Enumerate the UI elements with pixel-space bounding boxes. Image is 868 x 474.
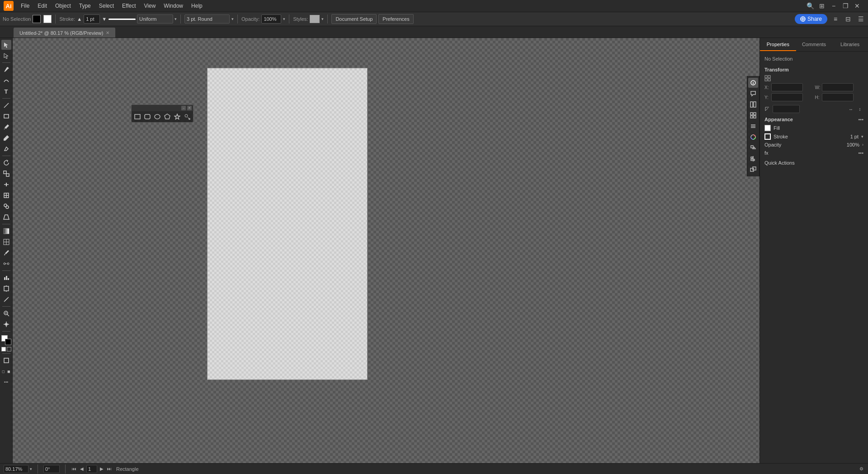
- fill-swatch[interactable]: [33, 15, 41, 23]
- float-panel-minimize-btn[interactable]: −: [181, 106, 186, 110]
- tab-properties[interactable]: Properties: [760, 38, 796, 51]
- minimize-button[interactable]: −: [829, 1, 838, 10]
- color-panel-btn[interactable]: [748, 132, 758, 142]
- pencil-tool[interactable]: [1, 133, 11, 143]
- eraser-tool[interactable]: [1, 144, 11, 154]
- rotate-tool[interactable]: [1, 158, 11, 168]
- first-artboard-btn[interactable]: ⏮: [71, 466, 77, 472]
- arrange-panel-btn[interactable]: [748, 110, 758, 120]
- rounded-rectangle-shape-btn[interactable]: [143, 112, 152, 121]
- document-setup-button[interactable]: Document Setup: [331, 14, 377, 24]
- column-graph-tool[interactable]: [1, 273, 11, 283]
- align-panel-btn[interactable]: [748, 154, 758, 164]
- swap-colors-btn[interactable]: [1, 347, 6, 351]
- mesh-tool[interactable]: [1, 237, 11, 247]
- rotation-input[interactable]: [43, 465, 60, 473]
- menu-file[interactable]: File: [17, 2, 33, 10]
- draw-inside-btn[interactable]: ◻: [1, 366, 6, 376]
- tab-comments[interactable]: Comments: [796, 38, 832, 51]
- stroke-value-input[interactable]: [84, 14, 100, 24]
- flip-horizontal-btn[interactable]: ↔: [847, 105, 854, 113]
- stroke-up-btn[interactable]: ▲: [77, 16, 82, 22]
- flare-shape-btn[interactable]: [183, 112, 191, 121]
- zoom-tool[interactable]: [1, 308, 11, 318]
- fx-more-btn[interactable]: •••: [858, 150, 863, 156]
- blend-tool[interactable]: [1, 259, 11, 269]
- color-swatches[interactable]: [1, 335, 11, 345]
- style-swatch[interactable]: [310, 15, 320, 23]
- close-button[interactable]: ✕: [853, 1, 862, 10]
- ruler-tool[interactable]: [1, 294, 11, 304]
- more-tools-btn[interactable]: •••: [1, 377, 11, 387]
- appearance-more-btn[interactable]: •••: [858, 117, 863, 122]
- share-button[interactable]: Share: [795, 14, 827, 24]
- curvature-tool[interactable]: [1, 76, 11, 85]
- paintbrush-tool[interactable]: [1, 122, 11, 132]
- menu-view[interactable]: View: [141, 2, 160, 10]
- libraries-panel-btn[interactable]: [748, 100, 758, 109]
- rectangle-shape-btn[interactable]: [133, 112, 142, 121]
- pen-tool[interactable]: [1, 65, 11, 75]
- next-artboard-btn[interactable]: ▶: [99, 466, 105, 472]
- menu-window[interactable]: Window: [160, 2, 187, 10]
- eyedropper-tool[interactable]: [1, 248, 11, 258]
- stroke-profile-selector[interactable]: Uniform ▾: [108, 14, 177, 24]
- text-tool[interactable]: T: [1, 86, 11, 96]
- panel-toggle-right-1[interactable]: ≡: [831, 14, 840, 24]
- pan-tool[interactable]: [1, 319, 11, 329]
- width-tool[interactable]: [1, 180, 11, 190]
- stroke-swatch[interactable]: [43, 15, 52, 23]
- stroke-color-swatch[interactable]: [764, 133, 771, 140]
- artboard-tool[interactable]: [1, 284, 11, 294]
- tab-libraries[interactable]: Libraries: [832, 38, 868, 51]
- perspective-tool[interactable]: [1, 212, 11, 222]
- comments-panel-btn[interactable]: [748, 89, 758, 99]
- w-input[interactable]: [822, 83, 854, 91]
- gradient-tool[interactable]: [1, 226, 11, 236]
- prev-artboard-btn[interactable]: ◀: [79, 466, 85, 472]
- preferences-button[interactable]: Preferences: [378, 14, 413, 24]
- zoom-input[interactable]: [4, 465, 28, 473]
- draw-behind-btn[interactable]: ◼: [7, 366, 11, 376]
- properties-panel-btn[interactable]: [748, 78, 758, 88]
- stroke-profile-dropdown[interactable]: Uniform: [137, 14, 173, 24]
- pathfinder-panel-btn[interactable]: [748, 165, 758, 175]
- angle-input[interactable]: [773, 105, 800, 113]
- shape-builder-tool[interactable]: [1, 201, 11, 211]
- direct-selection-tool[interactable]: [1, 51, 11, 61]
- opacity-value-input[interactable]: [261, 14, 281, 24]
- menu-type[interactable]: Type: [75, 2, 94, 10]
- h-input[interactable]: [822, 93, 854, 101]
- free-transform-tool[interactable]: [1, 190, 11, 200]
- document-tab[interactable]: Untitled-2* @ 80.17 % (RGB/Preview) ✕: [14, 28, 115, 38]
- stroke-panel-btn[interactable]: [748, 121, 758, 131]
- transform-panel-btn[interactable]: [748, 143, 758, 153]
- menu-edit[interactable]: Edit: [34, 2, 51, 10]
- x-input[interactable]: [771, 83, 803, 91]
- menu-effect[interactable]: Effect: [118, 2, 139, 10]
- selection-tool[interactable]: [1, 40, 11, 50]
- draw-normal-btn[interactable]: [1, 356, 11, 365]
- status-settings-btn[interactable]: ⚙: [858, 466, 864, 472]
- search-button[interactable]: 🔍: [806, 1, 815, 10]
- default-colors-btn[interactable]: [7, 347, 11, 351]
- foreground-color-swatch[interactable]: [5, 339, 11, 345]
- last-artboard-btn[interactable]: ⏭: [106, 466, 113, 472]
- canvas-area[interactable]: − ✕: [13, 38, 760, 463]
- stroke-style-dropdown[interactable]: 3 pt. Round: [184, 14, 230, 24]
- y-input[interactable]: [771, 93, 803, 101]
- polygon-shape-btn[interactable]: [163, 112, 171, 121]
- float-panel-close-btn[interactable]: ✕: [187, 106, 192, 110]
- scale-tool[interactable]: [1, 169, 11, 179]
- restore-button[interactable]: ❐: [841, 1, 850, 10]
- stroke-down-btn[interactable]: ▼: [102, 16, 107, 22]
- line-tool[interactable]: [1, 100, 11, 110]
- arrange-windows-button[interactable]: ⊞: [817, 1, 826, 10]
- artboard-num-input[interactable]: [86, 465, 97, 473]
- fill-color-swatch[interactable]: [764, 125, 771, 131]
- ellipse-shape-btn[interactable]: [153, 112, 162, 121]
- star-shape-btn[interactable]: [173, 112, 181, 121]
- rectangle-tool[interactable]: [1, 111, 11, 121]
- tab-close-button[interactable]: ✕: [106, 30, 109, 35]
- menu-select[interactable]: Select: [95, 2, 118, 10]
